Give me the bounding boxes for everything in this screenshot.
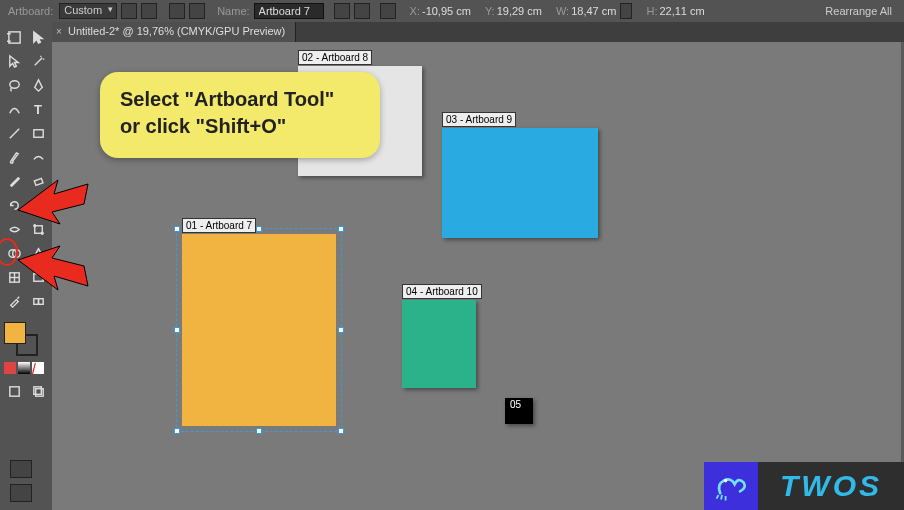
- preset-dropdown[interactable]: Custom: [59, 3, 117, 19]
- none-mode-icon[interactable]: /: [32, 362, 44, 374]
- drawing-mode-behind-icon[interactable]: [26, 380, 50, 402]
- fill-stroke-swatch[interactable]: [4, 322, 38, 356]
- x-label: X:: [410, 5, 420, 17]
- artboard-5[interactable]: 05: [505, 398, 533, 424]
- y-value[interactable]: 19,29 cm: [497, 5, 542, 17]
- artboard-7[interactable]: 01 - Artboard 7: [182, 234, 336, 426]
- w-label: W:: [556, 5, 569, 17]
- annotation-arrow-upper: [18, 160, 88, 230]
- artboard-tool[interactable]: [2, 26, 26, 48]
- y-label: Y:: [485, 5, 495, 17]
- color-mode-icon[interactable]: [4, 362, 16, 374]
- svg-line-4: [9, 128, 18, 137]
- color-swatches: /: [4, 322, 48, 374]
- resize-handle-se[interactable]: [338, 428, 344, 434]
- screen-mode-icon[interactable]: [10, 460, 32, 478]
- lasso-tool[interactable]: [2, 74, 26, 96]
- line-tool[interactable]: [2, 122, 26, 144]
- edit-toolbar-icon[interactable]: [10, 484, 32, 502]
- link-dimensions-icon[interactable]: [620, 3, 632, 19]
- document-tab[interactable]: × Untitled-2* @ 19,76% (CMYK/GPU Preview…: [52, 22, 296, 42]
- artboard-9[interactable]: 03 - Artboard 9: [442, 128, 598, 238]
- svg-rect-22: [33, 386, 41, 394]
- svg-point-25: [724, 479, 728, 483]
- resize-handle-nw[interactable]: [174, 226, 180, 232]
- h-value[interactable]: 22,11 cm: [659, 5, 704, 17]
- delete-artboard-icon[interactable]: [189, 3, 205, 19]
- x-value[interactable]: -10,95 cm: [422, 5, 471, 17]
- name-label: Name:: [217, 5, 249, 17]
- tutorial-callout: Select "Artboard Tool" or click "Shift+O…: [100, 72, 380, 158]
- artboard-label: 01 - Artboard 7: [182, 218, 256, 233]
- document-tab-title: Untitled-2* @ 19,76% (CMYK/GPU Preview): [68, 25, 285, 37]
- resize-handle-w[interactable]: [174, 327, 180, 333]
- artboard-label: 04 - Artboard 10: [402, 284, 482, 299]
- callout-line2: or click "Shift+O": [120, 113, 360, 140]
- h-label: H:: [646, 5, 657, 17]
- curvature-tool[interactable]: [2, 98, 26, 120]
- artboard-name-input[interactable]: [254, 3, 324, 19]
- magic-wand-tool[interactable]: [26, 50, 50, 72]
- rectangle-tool[interactable]: [26, 122, 50, 144]
- new-artboard-icon[interactable]: [169, 3, 185, 19]
- orientation-portrait-icon[interactable]: [121, 3, 137, 19]
- gradient-mode-icon[interactable]: [18, 362, 30, 374]
- resize-handle-s[interactable]: [256, 428, 262, 434]
- close-tab-icon[interactable]: ×: [56, 26, 62, 37]
- direct-selection-tool[interactable]: [2, 50, 26, 72]
- fill-swatch[interactable]: [4, 322, 26, 344]
- registration-point-icon[interactable]: [380, 3, 396, 19]
- drawing-mode-normal-icon[interactable]: [2, 380, 26, 402]
- artboard-label: 03 - Artboard 9: [442, 112, 516, 127]
- preset-label: Artboard:: [8, 5, 53, 17]
- type-tool[interactable]: T: [26, 98, 50, 120]
- resize-handle-e[interactable]: [338, 327, 344, 333]
- w-value[interactable]: 18,47 cm: [571, 5, 616, 17]
- artboard-options-icon[interactable]: [354, 3, 370, 19]
- svg-marker-23: [18, 180, 88, 224]
- artboard-10[interactable]: 04 - Artboard 10: [402, 300, 476, 388]
- watermark: TWOS: [704, 462, 904, 510]
- selection-tool[interactable]: [26, 26, 50, 48]
- svg-rect-5: [33, 129, 42, 137]
- artboard-label: 02 - Artboard 8: [298, 50, 372, 65]
- watermark-text: TWOS: [758, 462, 904, 510]
- pen-tool[interactable]: [26, 74, 50, 96]
- resize-handle-sw[interactable]: [174, 428, 180, 434]
- watermark-logo-icon: [704, 462, 758, 510]
- callout-line1: Select "Artboard Tool": [120, 86, 360, 113]
- document-tab-bar: × Untitled-2* @ 19,76% (CMYK/GPU Preview…: [52, 22, 904, 42]
- move-artwork-toggle-icon[interactable]: [334, 3, 350, 19]
- resize-handle-ne[interactable]: [338, 226, 344, 232]
- artboard-label: 05: [507, 398, 524, 411]
- resize-handle-n[interactable]: [256, 226, 262, 232]
- svg-rect-21: [35, 388, 43, 396]
- svg-rect-20: [9, 386, 18, 395]
- svg-marker-24: [18, 246, 88, 290]
- artboard-options-bar: Artboard: Custom Name: X: -10,95 cm Y: 1…: [0, 0, 904, 22]
- orientation-landscape-icon[interactable]: [141, 3, 157, 19]
- rearrange-all-button[interactable]: Rearrange All: [825, 5, 892, 17]
- annotation-arrow-lower: [18, 240, 88, 310]
